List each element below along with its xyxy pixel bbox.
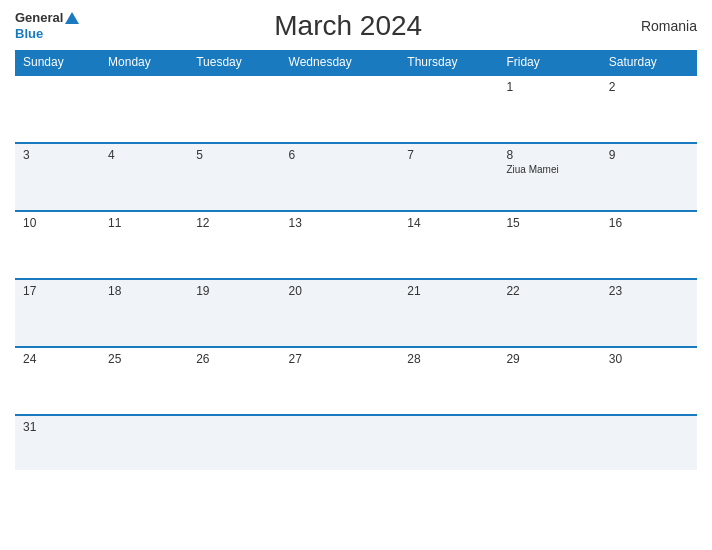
calendar-cell: 10 bbox=[15, 211, 100, 279]
calendar-cell: 18 bbox=[100, 279, 188, 347]
day-number: 26 bbox=[196, 352, 272, 366]
day-number: 18 bbox=[108, 284, 180, 298]
day-number: 22 bbox=[506, 284, 592, 298]
header-sunday: Sunday bbox=[15, 50, 100, 75]
calendar-cell: 21 bbox=[399, 279, 498, 347]
calendar-title: March 2024 bbox=[79, 10, 617, 42]
week-row: 12 bbox=[15, 75, 697, 143]
day-number: 2 bbox=[609, 80, 689, 94]
logo-triangle-icon bbox=[65, 12, 79, 24]
header-tuesday: Tuesday bbox=[188, 50, 280, 75]
calendar-cell bbox=[100, 75, 188, 143]
calendar-cell: 5 bbox=[188, 143, 280, 211]
day-number: 19 bbox=[196, 284, 272, 298]
calendar-cell bbox=[15, 75, 100, 143]
day-number: 15 bbox=[506, 216, 592, 230]
calendar-table: Sunday Monday Tuesday Wednesday Thursday… bbox=[15, 50, 697, 470]
calendar-cell: 6 bbox=[281, 143, 400, 211]
country-label: Romania bbox=[617, 18, 697, 34]
calendar-cell bbox=[281, 415, 400, 470]
calendar-cell bbox=[100, 415, 188, 470]
calendar-cell: 8Ziua Mamei bbox=[498, 143, 600, 211]
calendar-cell: 17 bbox=[15, 279, 100, 347]
day-number: 4 bbox=[108, 148, 180, 162]
calendar-cell: 12 bbox=[188, 211, 280, 279]
calendar-container: General Blue March 2024 Romania Sunday M… bbox=[0, 0, 712, 550]
event-label: Ziua Mamei bbox=[506, 164, 592, 175]
logo-general-text: General bbox=[15, 10, 63, 26]
calendar-cell: 13 bbox=[281, 211, 400, 279]
day-number: 24 bbox=[23, 352, 92, 366]
header-wednesday: Wednesday bbox=[281, 50, 400, 75]
header-friday: Friday bbox=[498, 50, 600, 75]
header-saturday: Saturday bbox=[601, 50, 697, 75]
calendar-header: General Blue March 2024 Romania bbox=[15, 10, 697, 42]
day-number: 12 bbox=[196, 216, 272, 230]
calendar-cell bbox=[188, 415, 280, 470]
day-number: 17 bbox=[23, 284, 92, 298]
week-row: 31 bbox=[15, 415, 697, 470]
week-row: 10111213141516 bbox=[15, 211, 697, 279]
day-number: 31 bbox=[23, 420, 92, 434]
day-number: 10 bbox=[23, 216, 92, 230]
week-row: 24252627282930 bbox=[15, 347, 697, 415]
calendar-cell: 30 bbox=[601, 347, 697, 415]
calendar-cell: 14 bbox=[399, 211, 498, 279]
calendar-cell: 20 bbox=[281, 279, 400, 347]
day-number: 13 bbox=[289, 216, 392, 230]
calendar-cell: 26 bbox=[188, 347, 280, 415]
day-number: 29 bbox=[506, 352, 592, 366]
day-number: 30 bbox=[609, 352, 689, 366]
calendar-cell: 4 bbox=[100, 143, 188, 211]
calendar-cell: 19 bbox=[188, 279, 280, 347]
day-number: 16 bbox=[609, 216, 689, 230]
calendar-cell: 7 bbox=[399, 143, 498, 211]
calendar-cell: 28 bbox=[399, 347, 498, 415]
week-row: 17181920212223 bbox=[15, 279, 697, 347]
logo-blue-text: Blue bbox=[15, 26, 43, 41]
calendar-cell: 29 bbox=[498, 347, 600, 415]
day-number: 25 bbox=[108, 352, 180, 366]
header-thursday: Thursday bbox=[399, 50, 498, 75]
calendar-cell: 31 bbox=[15, 415, 100, 470]
day-number: 28 bbox=[407, 352, 490, 366]
day-number: 21 bbox=[407, 284, 490, 298]
day-number: 8 bbox=[506, 148, 592, 162]
calendar-cell: 16 bbox=[601, 211, 697, 279]
calendar-body: 12345678Ziua Mamei9101112131415161718192… bbox=[15, 75, 697, 470]
day-number: 9 bbox=[609, 148, 689, 162]
calendar-cell: 23 bbox=[601, 279, 697, 347]
calendar-cell bbox=[399, 75, 498, 143]
calendar-cell: 27 bbox=[281, 347, 400, 415]
day-number: 23 bbox=[609, 284, 689, 298]
day-number: 7 bbox=[407, 148, 490, 162]
calendar-cell bbox=[188, 75, 280, 143]
calendar-cell: 24 bbox=[15, 347, 100, 415]
day-number: 14 bbox=[407, 216, 490, 230]
calendar-cell: 9 bbox=[601, 143, 697, 211]
calendar-cell bbox=[281, 75, 400, 143]
day-number: 11 bbox=[108, 216, 180, 230]
calendar-cell: 22 bbox=[498, 279, 600, 347]
day-number: 5 bbox=[196, 148, 272, 162]
calendar-cell: 2 bbox=[601, 75, 697, 143]
calendar-cell bbox=[601, 415, 697, 470]
day-number: 27 bbox=[289, 352, 392, 366]
day-number: 6 bbox=[289, 148, 392, 162]
week-row: 345678Ziua Mamei9 bbox=[15, 143, 697, 211]
logo: General Blue bbox=[15, 10, 79, 41]
calendar-cell: 11 bbox=[100, 211, 188, 279]
calendar-cell bbox=[498, 415, 600, 470]
day-number: 1 bbox=[506, 80, 592, 94]
calendar-cell: 25 bbox=[100, 347, 188, 415]
day-number: 20 bbox=[289, 284, 392, 298]
calendar-cell: 3 bbox=[15, 143, 100, 211]
header-monday: Monday bbox=[100, 50, 188, 75]
calendar-cell bbox=[399, 415, 498, 470]
calendar-cell: 15 bbox=[498, 211, 600, 279]
day-header-row: Sunday Monday Tuesday Wednesday Thursday… bbox=[15, 50, 697, 75]
calendar-cell: 1 bbox=[498, 75, 600, 143]
day-number: 3 bbox=[23, 148, 92, 162]
